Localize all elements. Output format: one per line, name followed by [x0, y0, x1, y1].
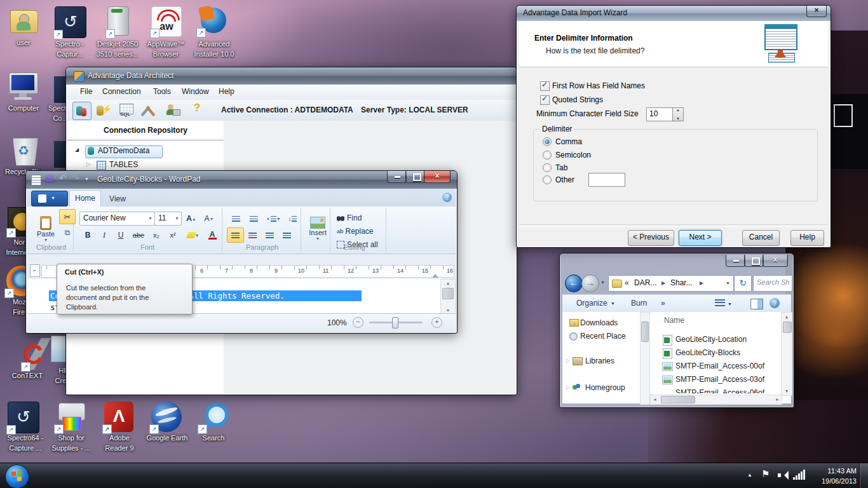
quoted-strings-checkbox[interactable]: ✓: [540, 95, 550, 105]
qat-dropdown-icon[interactable]: ▼: [85, 177, 89, 181]
deskjet-printer-icon[interactable]: ↗: [104, 5, 132, 37]
organize-button[interactable]: Organize: [576, 299, 607, 308]
google-earth-icon[interactable]: ↗: [151, 402, 182, 432]
font-family-combo[interactable]: Courier New▼: [79, 212, 155, 226]
wizard-close-button[interactable]: ×: [806, 6, 827, 17]
refresh-button[interactable]: ↻: [734, 275, 752, 292]
align-right-button[interactable]: [261, 227, 278, 243]
explorer-maximize-button[interactable]: [744, 255, 764, 267]
other-radio[interactable]: [543, 175, 552, 184]
address-bar[interactable]: « DAR... ▶ Shar... ▶ ▼: [608, 275, 734, 292]
tree-scrollbar[interactable]: [640, 312, 650, 405]
first-row-checkbox[interactable]: ✓: [540, 81, 550, 91]
tree-item-recent-places[interactable]: Recent Places: [580, 332, 626, 342]
file-row[interactable]: SMTP-Email_Access-00of: [675, 362, 764, 370]
views-icon[interactable]: [715, 299, 725, 308]
user-folder-icon[interactable]: [9, 6, 38, 36]
nav-history-dropdown-icon[interactable]: ▼: [600, 280, 605, 285]
start-button[interactable]: [5, 464, 29, 488]
redo-icon[interactable]: ↷: [72, 173, 79, 183]
undo-icon[interactable]: ↶: [59, 173, 67, 183]
paragraph-dialog-button[interactable]: [295, 227, 301, 243]
close-button[interactable]: ×: [424, 171, 451, 183]
tab-home[interactable]: Home: [69, 190, 101, 207]
recycle-bin-icon[interactable]: ♻: [10, 135, 39, 166]
address-dropdown-icon[interactable]: ▼: [726, 281, 730, 285]
tab-radio[interactable]: [543, 163, 552, 172]
back-button[interactable]: ←: [565, 274, 583, 292]
maximize-button[interactable]: [405, 171, 425, 183]
tab-stop-selector[interactable]: ⌐: [30, 264, 40, 277]
spectro-capture-icon[interactable]: ↺↗: [55, 6, 86, 38]
file-row[interactable]: GeoLiteCity-Blocks: [675, 348, 740, 357]
search-icon[interactable]: ↗: [200, 402, 227, 432]
user-admin-button[interactable]: [164, 102, 182, 119]
burn-button[interactable]: Burn: [631, 299, 647, 308]
tree-item-adtdemodata[interactable]: ◢ ADTDemoData: [74, 145, 220, 158]
expand-icon[interactable]: ▷: [566, 358, 570, 363]
decrease-indent-button[interactable]: [227, 211, 245, 226]
icon-label-deskjet[interactable]: Deskjet 2050 J510 series...: [92, 39, 144, 60]
volume-icon[interactable]: [778, 471, 788, 480]
menu-connection[interactable]: Connection: [102, 87, 141, 96]
explorer-help-icon[interactable]: ?: [770, 298, 780, 308]
connect-db-button[interactable]: [72, 102, 92, 120]
minimize-button[interactable]: [387, 171, 407, 183]
file-row-partial[interactable]: SMTP-Email_Access-06of: [675, 388, 764, 393]
insert-button[interactable]: Insert ▼: [306, 209, 330, 248]
quoted-strings-label[interactable]: Quoted Strings: [552, 95, 603, 104]
line-spacing-button[interactable]: ↕: [284, 211, 301, 226]
sql-editor-button[interactable]: SQL: [117, 102, 136, 119]
doc-vscrollbar[interactable]: ▲ ▼: [440, 279, 456, 315]
tab-label[interactable]: Tab: [555, 163, 567, 172]
underline-button[interactable]: U: [112, 227, 129, 243]
preview-pane-icon[interactable]: [750, 299, 763, 309]
font-size-combo[interactable]: 11▼: [154, 212, 182, 226]
menu-file[interactable]: File: [80, 87, 92, 96]
shop-supplies-icon[interactable]: ↗: [56, 402, 86, 432]
network-icon[interactable]: [793, 470, 806, 480]
zoom-slider-thumb[interactable]: [392, 317, 398, 329]
name-column-header[interactable]: Name: [664, 316, 684, 325]
comma-label[interactable]: Comma: [555, 137, 582, 146]
align-center-button[interactable]: [244, 227, 261, 243]
expand-icon[interactable]: ▷: [566, 384, 570, 390]
hp-icon[interactable]: [51, 336, 67, 362]
tree-item-downloads[interactable]: ↓ Downloads: [580, 318, 618, 327]
toolbar-more-button[interactable]: »: [661, 299, 665, 308]
tree-item-tables[interactable]: ▷ TABLES: [74, 159, 220, 172]
cancel-button[interactable]: Cancel: [742, 230, 780, 246]
list-hscrollbar[interactable]: ◄ ►: [650, 395, 782, 405]
increase-indent-button[interactable]: [245, 211, 262, 226]
tray-show-hidden-icon[interactable]: ▲: [747, 472, 752, 478]
next-button[interactable]: Next >: [679, 230, 722, 246]
align-left-button[interactable]: [227, 227, 244, 243]
forward-button[interactable]: →: [581, 274, 599, 292]
font-color-button[interactable]: A: [203, 227, 222, 243]
tree-expand-icon[interactable]: ▷: [86, 161, 91, 167]
action-center-flag-icon[interactable]: ⚑: [761, 468, 770, 480]
show-desktop-button[interactable]: [859, 463, 868, 488]
file-row[interactable]: GeoLiteCity-Location: [675, 335, 747, 344]
shrink-font-button[interactable]: A▼: [200, 211, 218, 226]
bullets-button[interactable]: •▼: [264, 211, 284, 226]
icon-label-user[interactable]: user: [0, 38, 47, 48]
organize-dropdown-icon[interactable]: ▼: [611, 301, 615, 306]
db-tools-button[interactable]: ⚡: [93, 102, 111, 119]
help-button[interactable]: ?: [189, 102, 205, 119]
spectro64-icon[interactable]: ↺↗: [8, 402, 39, 433]
replace-button[interactable]: ab Replace: [336, 224, 386, 238]
icon-label-adobe[interactable]: Adobe Reader 9: [95, 433, 144, 454]
breadcrumb-dar[interactable]: DAR...: [634, 278, 656, 287]
crumb-sep-icon[interactable]: ▶: [700, 280, 703, 286]
explorer-close-button[interactable]: ×: [763, 255, 788, 267]
icon-label-shop[interactable]: Shop for Supplies - ...: [44, 433, 98, 454]
file-row[interactable]: SMTP-Email_Access-03of: [675, 375, 764, 384]
explorer-minimize-button[interactable]: [726, 255, 745, 267]
semicolon-radio[interactable]: [543, 151, 552, 159]
spectro-col2-icon[interactable]: [54, 76, 67, 103]
other-delimiter-input[interactable]: [588, 173, 625, 187]
advanced-installer-icon[interactable]: ↗: [198, 5, 229, 36]
icon-label-googleearth[interactable]: Google Earth: [140, 433, 194, 444]
tray-clock[interactable]: 11:43 AM 19/06/2013: [810, 466, 857, 486]
